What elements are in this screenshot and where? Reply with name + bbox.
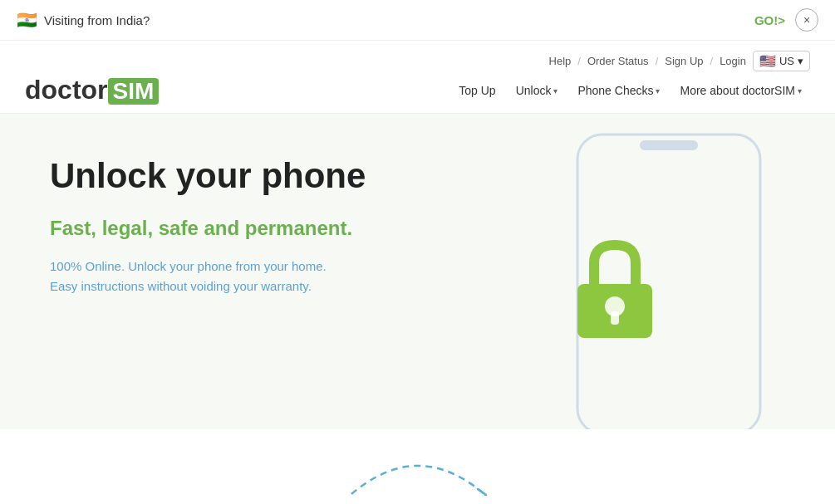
- more-about-caret-icon: ▾: [798, 86, 802, 95]
- locale-selector[interactable]: 🇺🇸 US ▾: [753, 51, 810, 71]
- nav-unlock[interactable]: Unlock ▾: [508, 79, 567, 102]
- logo-doctor-text: doctor: [25, 76, 108, 103]
- hero-description: 100% Online. Unlock your phone from your…: [50, 257, 515, 296]
- locale-label: US: [779, 55, 794, 67]
- top-banner: 🇮🇳 Visiting from India? GO!> ×: [0, 0, 835, 41]
- phone-checks-caret-icon: ▾: [656, 86, 660, 95]
- logo[interactable]: doctorSIM: [25, 76, 159, 105]
- banner-left: 🇮🇳 Visiting from India?: [17, 10, 150, 30]
- logo-sim-text: SIM: [108, 78, 160, 105]
- locale-caret-icon: ▾: [798, 55, 803, 67]
- header-top-nav: Help / Order Status / Sign Up / Login 🇺🇸…: [25, 41, 810, 76]
- nav-more-about[interactable]: More about doctorSIM ▾: [671, 79, 810, 102]
- header-main-nav: doctorSIM Top Up Unlock ▾ Phone Checks ▾…: [25, 76, 810, 113]
- sep-3: /: [710, 55, 714, 67]
- nav-sign-up[interactable]: Sign Up: [665, 55, 703, 67]
- main-nav-links: Top Up Unlock ▾ Phone Checks ▾ More abou…: [450, 79, 810, 102]
- svg-rect-1: [640, 140, 698, 150]
- locale-flag-icon: 🇺🇸: [759, 53, 776, 69]
- lock-svg-icon: [569, 238, 661, 338]
- sep-2: /: [656, 55, 659, 67]
- close-button[interactable]: ×: [795, 8, 818, 32]
- nav-top-up[interactable]: Top Up: [450, 79, 503, 102]
- nav-order-status[interactable]: Order Status: [587, 55, 649, 67]
- nav-phone-checks[interactable]: Phone Checks ▾: [569, 79, 668, 102]
- nav-help[interactable]: Help: [549, 55, 572, 67]
- india-flag-icon: 🇮🇳: [17, 10, 37, 30]
- header: Help / Order Status / Sign Up / Login 🇺🇸…: [0, 41, 835, 114]
- bottom-section: [0, 429, 835, 504]
- hero-desc-line1: 100% Online. Unlock your phone from your…: [50, 259, 327, 273]
- banner-right: GO!> ×: [754, 8, 818, 32]
- visiting-text: Visiting from India?: [44, 13, 150, 27]
- lock-icon-container: [569, 238, 661, 341]
- hero-phone-illustration: [536, 130, 769, 429]
- unlock-caret-icon: ▾: [553, 86, 557, 95]
- svg-rect-4: [611, 311, 619, 325]
- hero-subtitle: Fast, legal, safe and permanent.: [50, 217, 515, 240]
- sep-1: /: [577, 55, 581, 67]
- nav-login[interactable]: Login: [720, 55, 746, 67]
- hero-title: Unlock your phone: [50, 155, 515, 197]
- hero-content: Unlock your phone Fast, legal, safe and …: [50, 155, 515, 296]
- hero-section: Unlock your phone Fast, legal, safe and …: [0, 114, 835, 429]
- dashed-arc-svg: [343, 446, 493, 496]
- hero-desc-line2: Easy instructions without voiding your w…: [50, 279, 312, 293]
- go-button[interactable]: GO!>: [754, 13, 785, 27]
